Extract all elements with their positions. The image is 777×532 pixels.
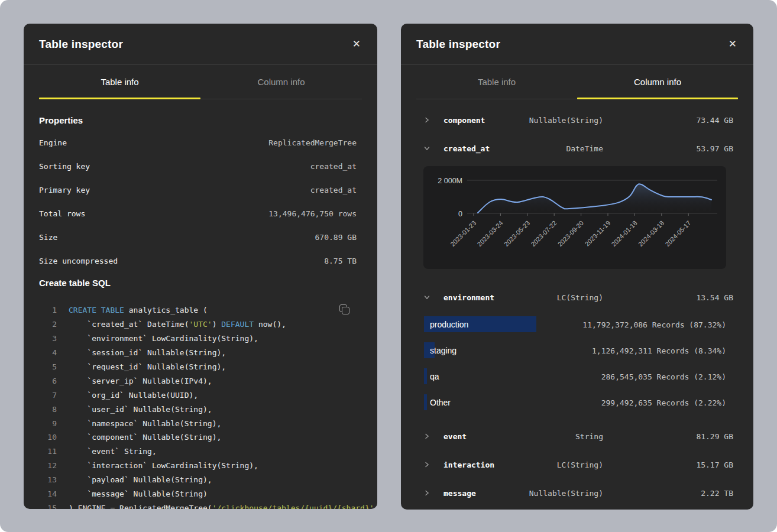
sql-code-text: `environment` LowCardinality(String), <box>69 334 258 343</box>
sql-code-text: CREATE TABLE analytics_table ( <box>69 306 208 314</box>
property-value: ReplicatedMergeTree <box>268 138 357 147</box>
chevron-down-icon <box>424 145 443 151</box>
sql-line-1: 1CREATE TABLE analytics_table ( <box>39 303 357 317</box>
y-axis-tick-label: 2 000M <box>438 177 462 185</box>
sql-line-5: 5 `request_id` Nullable(String), <box>39 360 357 374</box>
column-type: String <box>467 432 603 441</box>
screenshot-canvas: Table inspector ✕ Table infoColumn info … <box>0 0 777 532</box>
created-at-histogram-svg: 2 000M02023-01-232023-03-242023-05-23202… <box>423 166 726 269</box>
line-number: 12 <box>39 461 57 470</box>
x-axis-tick-label: 2023-05-23 <box>503 219 531 248</box>
sql-line-3: 3 `environment` LowCardinality(String), <box>39 332 357 346</box>
modal-header: Table inspector ✕ <box>401 24 753 65</box>
column-row-created_at[interactable]: created_atDateTime53.97 GB <box>401 134 753 163</box>
sql-code-text: `interaction` LowCardinality(String), <box>69 461 258 470</box>
environment-value-records: 299,492,635 Records (2.22%) <box>601 390 726 416</box>
property-label: Total rows <box>39 209 85 218</box>
property-row-size: Size670.89 GB <box>39 225 357 249</box>
line-number: 10 <box>39 433 57 442</box>
property-row-sorting-key: Sorting keycreated_at <box>39 154 357 178</box>
column-row-component[interactable]: componentNullable(String)73.44 GB <box>401 106 753 134</box>
line-number: 8 <box>39 405 57 414</box>
x-axis-tick-label: 2023-09-20 <box>556 219 585 248</box>
environment-value-label: Other <box>430 390 451 416</box>
column-size: 81.29 GB <box>603 432 733 441</box>
column-type: LC(String) <box>494 460 603 469</box>
environment-value-label: staging <box>430 338 457 364</box>
sql-line-7: 7 `org_id` Nullable(UUID), <box>39 388 357 402</box>
columns-scroll-area[interactable]: componentNullable(String)73.44 GBcreated… <box>401 106 753 507</box>
modal-header: Table inspector ✕ <box>24 24 377 65</box>
x-axis-tick-label: 2023-01-23 <box>449 219 477 248</box>
copy-icon-front-square <box>342 307 349 314</box>
created-at-histogram-chart: 2 000M02023-01-232023-03-242023-05-23202… <box>423 166 726 269</box>
sql-code-text: `component` Nullable(String), <box>69 433 221 442</box>
column-row-interaction[interactable]: interactionLC(String)15.17 GB <box>401 450 753 479</box>
column-size: 2.22 TB <box>603 489 733 498</box>
column-type: Nullable(String) <box>485 116 603 125</box>
tab-label: Column info <box>634 77 681 87</box>
environment-value-row-other: Other299,492,635 Records (2.22%) <box>401 390 753 416</box>
x-axis-tick-label: 2024-03-18 <box>637 219 665 248</box>
sql-code-text: `server_ip` Nullable(IPv4), <box>69 377 212 385</box>
table-info-scroll-area[interactable]: Properties EngineReplicatedMergeTreeSort… <box>24 115 377 509</box>
tab-table-info[interactable]: Table info <box>39 65 200 99</box>
sql-line-14: 14 `message` Nullable(String) <box>39 487 357 501</box>
line-number: 14 <box>39 489 57 498</box>
sql-line-13: 13 `payload` Nullable(String), <box>39 473 357 487</box>
property-value: created_at <box>310 186 357 194</box>
line-number: 4 <box>39 348 57 357</box>
line-number: 13 <box>39 475 57 484</box>
property-row-engine: EngineReplicatedMergeTree <box>39 131 357 154</box>
environment-value-records: 286,545,035 Records (2.12%) <box>601 364 726 390</box>
property-label: Sorting key <box>39 162 90 171</box>
sql-line-11: 11 `event` String, <box>39 445 357 459</box>
environment-values-gap <box>401 416 753 422</box>
line-number: 15 <box>39 504 57 509</box>
line-number: 2 <box>39 320 57 329</box>
sql-line-2: 2 `created_at` DateTime('UTC') DEFAULT n… <box>39 317 357 332</box>
property-label: Primary key <box>39 186 90 194</box>
sql-lines: 1CREATE TABLE analytics_table (2 `create… <box>39 303 357 509</box>
sql-code-text: `request_id` Nullable(String), <box>69 362 226 371</box>
line-number: 3 <box>39 334 57 343</box>
sql-line-12: 12 `interaction` LowCardinality(String), <box>39 459 357 473</box>
column-name: message <box>443 489 476 498</box>
column-row-event[interactable]: eventString81.29 GB <box>401 422 753 450</box>
environment-value-row-production: production11,792,372,086 Records (87.32%… <box>401 312 753 338</box>
column-row-message[interactable]: messageNullable(String)2.22 TB <box>401 479 753 507</box>
tab-label: Column info <box>257 77 305 87</box>
tab-table-info[interactable]: Table info <box>416 65 577 99</box>
x-axis-tick-label: 2024-05-17 <box>663 219 692 248</box>
tab-bar: Table infoColumn info <box>39 65 362 99</box>
modal-title: Table inspector <box>39 38 123 51</box>
property-value: 13,496,476,750 rows <box>268 209 357 218</box>
x-axis-tick-label: 2023-11-19 <box>584 219 612 248</box>
tab-label: Table info <box>478 77 516 87</box>
sql-code-text: `session_id` Nullable(String), <box>69 348 226 357</box>
property-row-total-rows: Total rows13,496,476,750 rows <box>39 202 357 225</box>
column-name: event <box>443 432 467 441</box>
property-row-primary-key: Primary keycreated_at <box>39 178 357 202</box>
copy-icon[interactable] <box>338 303 352 317</box>
y-axis-tick-label: 0 <box>458 210 462 218</box>
sql-code-text: `message` Nullable(String) <box>69 489 208 498</box>
tab-column-info[interactable]: Column info <box>577 65 738 99</box>
column-type: DateTime <box>490 144 603 153</box>
close-icon[interactable]: ✕ <box>350 37 363 51</box>
tab-column-info[interactable]: Column info <box>200 65 362 99</box>
line-number: 6 <box>39 377 57 385</box>
environment-value-records: 1,126,492,311 Records (8.34%) <box>592 338 726 364</box>
sql-code-text: `event` String, <box>69 447 157 456</box>
environment-bar-qa <box>424 368 427 384</box>
column-row-environment[interactable]: environmentLC(String)13.54 GB <box>401 283 753 312</box>
environment-value-label: production <box>430 312 468 338</box>
close-icon[interactable]: ✕ <box>726 37 739 51</box>
property-value: 8.75 TB <box>324 257 357 265</box>
create-table-sql-heading: Create table SQL <box>39 278 357 288</box>
sql-line-6: 6 `server_ip` Nullable(IPv4), <box>39 374 357 388</box>
line-number: 5 <box>39 362 57 371</box>
column-size: 73.44 GB <box>603 116 733 125</box>
column-size: 53.97 GB <box>603 144 733 153</box>
property-value: 670.89 GB <box>315 233 357 242</box>
